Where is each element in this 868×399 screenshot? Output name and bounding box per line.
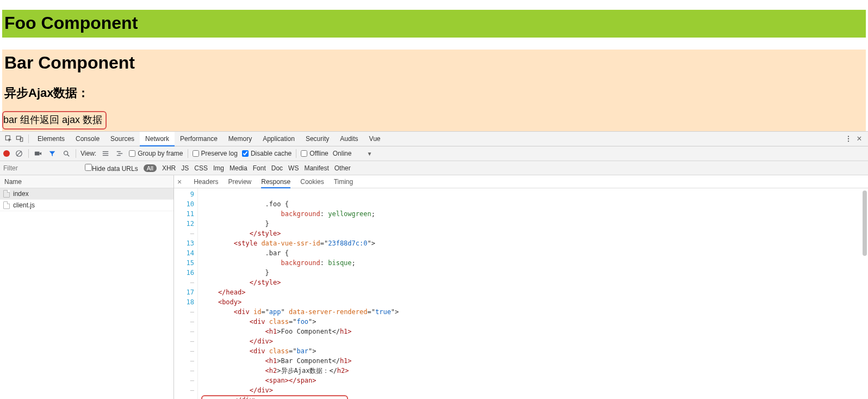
filter-type-doc[interactable]: Doc [271, 164, 283, 172]
svg-line-7 [17, 151, 22, 156]
svg-point-9 [64, 151, 68, 155]
record-button-icon[interactable] [3, 150, 10, 157]
scrollbar-thumb[interactable] [863, 191, 867, 256]
tab-memory[interactable]: Memory [223, 132, 257, 146]
clear-icon[interactable] [14, 149, 24, 158]
devtools-panel: Elements Console Sources Network Perform… [0, 131, 868, 399]
search-icon[interactable] [61, 149, 71, 158]
request-row-clientjs[interactable]: client.js [0, 200, 173, 211]
detail-tab-timing[interactable]: Timing [334, 175, 354, 188]
response-code: .foo { background: yellowgreen; } </styl… [198, 188, 868, 399]
view-frames-icon[interactable] [115, 149, 125, 158]
filter-input[interactable] [3, 164, 79, 172]
svg-point-4 [848, 138, 849, 139]
network-filter-bar: Hide data URLs All XHR JS CSS Img Media … [0, 161, 868, 175]
preserve-log-checkbox[interactable]: Preserve log [193, 150, 238, 157]
filter-type-font[interactable]: Font [253, 164, 266, 172]
camera-icon[interactable] [33, 149, 43, 158]
response-code-view[interactable]: 9101112–13141516–1718–––––––––––––––19– … [174, 188, 868, 399]
view-label: View: [80, 150, 96, 157]
detail-tab-preview[interactable]: Preview [228, 175, 252, 188]
filter-type-css[interactable]: CSS [194, 164, 208, 172]
devtools-tabstrip: Elements Console Sources Network Perform… [0, 132, 868, 146]
separator [28, 134, 29, 143]
throttling-dropdown-icon[interactable]: ▼ [356, 151, 372, 157]
filter-type-xhr[interactable]: XHR [162, 164, 176, 172]
request-list-header[interactable]: Name [0, 175, 173, 188]
tab-sources[interactable]: Sources [105, 132, 140, 146]
detail-tabs: × Headers Preview Response Cookies Timin… [174, 175, 868, 188]
bar-title: Bar Component [4, 53, 861, 73]
tab-vue[interactable]: Vue [364, 132, 386, 146]
request-row-index[interactable]: index [0, 188, 173, 200]
rendered-page: Foo Component Bar Component 异步Ajax数据： ba… [0, 10, 868, 135]
detail-tab-cookies[interactable]: Cookies [300, 175, 324, 188]
foo-title: Foo Component [4, 13, 861, 33]
request-name: client.js [13, 201, 35, 209]
filter-type-img[interactable]: Img [213, 164, 224, 172]
inspect-element-icon[interactable] [3, 133, 14, 144]
tab-application[interactable]: Application [257, 132, 300, 146]
filter-type-all[interactable]: All [144, 164, 157, 172]
tab-elements[interactable]: Elements [32, 132, 70, 146]
line-gutter: 9101112–13141516–1718–––––––––––––––19– [174, 188, 198, 399]
bar-component: Bar Component 异步Ajax数据： bar 组件返回 ajax 数据 [2, 50, 866, 135]
hide-data-urls-checkbox[interactable]: Hide data URLs [85, 164, 138, 173]
svg-point-5 [848, 140, 849, 142]
file-icon [3, 190, 10, 198]
file-icon [3, 201, 10, 209]
filter-type-manifest[interactable]: Manifest [304, 164, 328, 172]
tab-network[interactable]: Network [140, 132, 175, 146]
filter-type-media[interactable]: Media [230, 164, 247, 172]
tab-audits[interactable]: Audits [334, 132, 363, 146]
svg-rect-8 [35, 152, 40, 156]
detail-tab-headers[interactable]: Headers [194, 175, 218, 188]
kebab-menu-icon[interactable] [843, 133, 854, 144]
devtools-close-icon[interactable]: × [854, 134, 865, 144]
svg-point-3 [848, 136, 849, 137]
group-by-frame-checkbox[interactable]: Group by frame [129, 150, 183, 157]
network-toolbar: View: Group by frame Preserve log Disabl… [0, 146, 868, 161]
filter-type-ws[interactable]: WS [288, 164, 299, 172]
view-list-icon[interactable] [101, 149, 110, 158]
detail-tab-response[interactable]: Response [261, 175, 290, 188]
filter-type-other[interactable]: Other [334, 164, 351, 172]
network-body: Name index client.js × Headers Preview R… [0, 175, 868, 399]
bar-subtitle: 异步Ajax数据： [4, 85, 861, 101]
tab-console[interactable]: Console [70, 132, 105, 146]
request-name: index [13, 190, 29, 198]
request-detail: × Headers Preview Response Cookies Timin… [174, 175, 868, 399]
tab-performance[interactable]: Performance [175, 132, 223, 146]
disable-cache-checkbox[interactable]: Disable cache [242, 150, 292, 157]
request-list: Name index client.js [0, 175, 174, 399]
device-toolbar-icon[interactable] [14, 133, 25, 144]
foo-component: Foo Component [2, 10, 866, 38]
bar-ajax-result: bar 组件返回 ajax 数据 [2, 111, 107, 130]
offline-checkbox[interactable]: Offline [301, 150, 328, 157]
tab-security[interactable]: Security [300, 132, 334, 146]
filter-icon[interactable] [47, 149, 57, 158]
filter-type-js[interactable]: JS [181, 164, 189, 172]
close-detail-icon[interactable]: × [177, 177, 184, 186]
online-select[interactable]: Online [333, 150, 352, 157]
svg-line-10 [67, 155, 70, 157]
